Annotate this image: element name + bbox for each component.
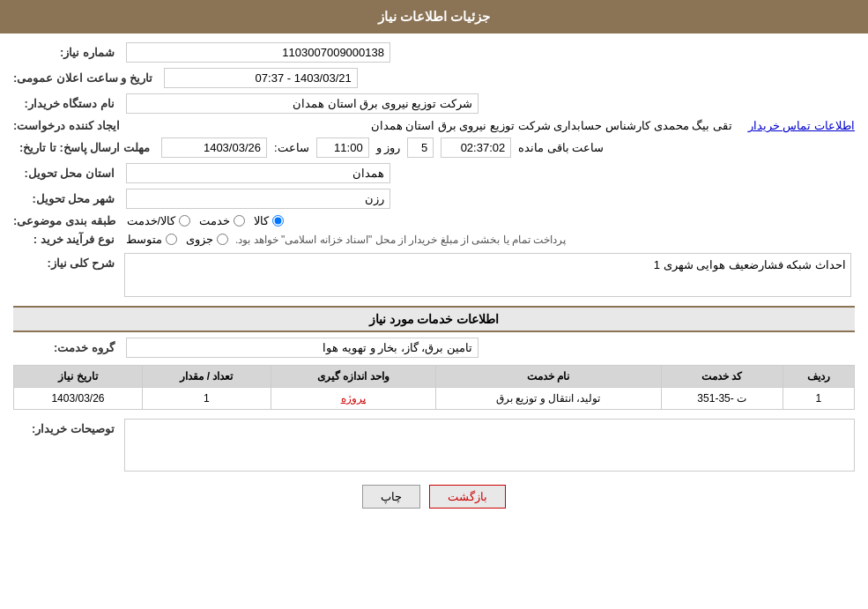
roz-value: 5 bbox=[407, 137, 434, 158]
cell-nam: تولید، انتقال و توزیع برق bbox=[435, 388, 661, 410]
mohlat-label: مهلت ارسال پاسخ: تا تاریخ: bbox=[13, 141, 154, 154]
tabaqe-label: طبقه بندی موضوعی: bbox=[13, 214, 120, 227]
nooe-text: پرداخت تمام یا بخشی از مبلغ خریدار از مح… bbox=[235, 234, 566, 246]
radio-kala[interactable]: کالا bbox=[254, 214, 284, 227]
remaining-value: 02:37:02 bbox=[441, 137, 511, 158]
shahr-label: شهر محل تحویل: bbox=[13, 192, 119, 205]
sharh-koli-box: احداث شبکه فشارضعیف هوایی شهری 1 bbox=[124, 253, 851, 297]
nooe-farayand-label: نوع فرآیند خرید : bbox=[13, 233, 119, 246]
radio-kala-khadamat-input[interactable] bbox=[179, 215, 190, 227]
announce-value: 1403/03/21 - 07:37 bbox=[164, 68, 358, 88]
cell-vahed: پروژه bbox=[271, 388, 435, 410]
tosifat-label: توصیحات خریدار: bbox=[13, 419, 119, 435]
col-header-tedaad: تعداد / مقدار bbox=[142, 366, 271, 388]
radio-kala-khadamat[interactable]: کالا/خدمت bbox=[127, 214, 191, 227]
print-button[interactable]: چاپ bbox=[362, 485, 420, 509]
service-table: ردیف کد خدمت نام خدمت واحد اندازه گیری ت… bbox=[13, 365, 855, 410]
ostan-value: همدان bbox=[126, 163, 390, 183]
sharh-koli-label: شرح کلی نیاز: bbox=[13, 253, 119, 270]
ettelaat-khadamat-label: اطلاعات خدمات مورد نیاز bbox=[369, 312, 500, 326]
time-value: 11:00 bbox=[316, 137, 369, 158]
tabaqe-radio-group: کالا/خدمت خدمت کالا bbox=[127, 214, 285, 227]
ejad-konande-label: ایجاد کننده درخواست: bbox=[13, 119, 124, 132]
page-title: جزئیات اطلاعات نیاز bbox=[378, 9, 490, 24]
date-value: 1403/03/26 bbox=[161, 137, 267, 158]
radio-khadamat-input[interactable] bbox=[234, 215, 245, 227]
radio-kala-label: کالا bbox=[254, 214, 269, 227]
nam-dastgah-value: شرکت توزیع نیروی برق استان همدان bbox=[126, 93, 479, 114]
ejad-konande-value: تقی بیگ محمدی کارشناس حسابداری شرکت توزی… bbox=[131, 119, 732, 132]
announce-label: تاریخ و ساعت اعلان عمومی: bbox=[13, 71, 157, 85]
col-header-radif: ردیف bbox=[783, 366, 854, 388]
tosifat-textarea[interactable] bbox=[124, 419, 855, 472]
cell-radif: 1 bbox=[783, 388, 854, 410]
shomara-niaz-value: 1103007009000138 bbox=[126, 42, 390, 63]
radio-kala-khadamat-label: کالا/خدمت bbox=[127, 214, 176, 227]
shomara-niaz-label: شماره نیاز: bbox=[13, 46, 119, 59]
page-header: جزئیات اطلاعات نیاز bbox=[0, 0, 868, 33]
ettelaat-tamas-link[interactable]: اطلاعات تماس خریدار bbox=[748, 119, 855, 132]
radio-khadamat[interactable]: خدمت bbox=[199, 214, 245, 227]
cell-tedaad: 1 bbox=[142, 388, 271, 410]
roz-label: روز و bbox=[376, 141, 401, 154]
shahr-value: رزن bbox=[126, 189, 390, 209]
button-bar: بازگشت چاپ bbox=[13, 485, 855, 509]
col-header-tarikh: تاریخ نیاز bbox=[14, 366, 143, 388]
ostan-label: استان محل تحویل: bbox=[13, 167, 119, 180]
radio-jozvi-label: جزوی bbox=[186, 233, 213, 246]
gorooh-khadamat-label: گروه خدمت: bbox=[13, 341, 119, 354]
radio-jozvi[interactable]: جزوی bbox=[186, 233, 228, 246]
col-header-nam: نام خدمت bbox=[435, 366, 661, 388]
radio-motevaset-label: متوسط bbox=[126, 233, 162, 246]
radio-jozvi-input[interactable] bbox=[217, 234, 228, 245]
col-header-kod: کد خدمت bbox=[661, 366, 783, 388]
gorooh-khadamat-value: تامین برق، گاز، بخار و تهویه هوا bbox=[126, 338, 479, 358]
cell-kod: ت -35-351 bbox=[661, 388, 783, 410]
col-header-vahed: واحد اندازه گیری bbox=[271, 366, 435, 388]
nooe-radio-group: متوسط جزوی bbox=[126, 233, 228, 246]
radio-kala-input[interactable] bbox=[272, 215, 284, 227]
table-row: 1 ت -35-351 تولید، انتقال و توزیع برق پر… bbox=[14, 388, 855, 410]
ettelaat-khadamat-header: اطلاعات خدمات مورد نیاز bbox=[13, 306, 855, 332]
time-label: ساعت: bbox=[274, 141, 309, 154]
cell-tarikh: 1403/03/26 bbox=[14, 388, 143, 410]
sharh-koli-value: احداث شبکه فشارضعیف هوایی شهری 1 bbox=[654, 258, 846, 271]
back-button[interactable]: بازگشت bbox=[429, 485, 506, 509]
remaining-label: ساعت باقی مانده bbox=[518, 141, 604, 154]
radio-motevaset[interactable]: متوسط bbox=[126, 233, 177, 246]
nam-dastgah-label: نام دستگاه خریدار: bbox=[13, 97, 119, 110]
radio-khadamat-label: خدمت bbox=[199, 214, 230, 227]
radio-motevaset-input[interactable] bbox=[166, 234, 177, 245]
